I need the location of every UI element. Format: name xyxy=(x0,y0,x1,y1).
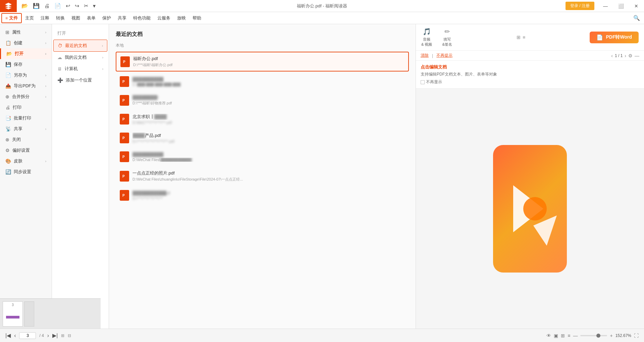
app-preview-logo xyxy=(493,145,567,273)
menu-item-cloud[interactable]: 云服务 xyxy=(154,14,174,22)
sm-computer[interactable]: 🖥 计算机 › xyxy=(52,63,109,75)
doc-item[interactable]: P ██████████ D:\WeChat Files\███████████… xyxy=(116,148,409,165)
page-input[interactable] xyxy=(19,332,36,339)
doc-name: ██████████ xyxy=(132,152,405,157)
doc-item[interactable]: P ███████████df D:\***\***\***\***\*** xyxy=(116,187,409,204)
fullscreen-button[interactable]: ⛶ xyxy=(634,333,639,338)
last-page-button[interactable]: ▶| xyxy=(52,332,58,339)
minus-zoom[interactable]: — xyxy=(573,333,578,338)
fill-sign-tool[interactable]: ✏ 填写&签名 xyxy=(442,28,452,47)
menu-item-file[interactable]: ≡ 文件 xyxy=(1,13,22,23)
collapse-button[interactable]: — xyxy=(635,53,639,58)
menu-item-slideshow[interactable]: 放映 xyxy=(174,14,189,22)
menu-item-help[interactable]: 帮助 xyxy=(189,14,205,22)
layout-icon[interactable]: ▣ xyxy=(554,333,558,338)
doc-path: D:\***\***\***\***\*** xyxy=(132,196,405,200)
no-remind-button[interactable]: 不再提示 xyxy=(436,53,452,58)
settings-button[interactable]: ⚙ xyxy=(628,53,633,58)
fm-create[interactable]: 📋 创建 › xyxy=(0,38,52,48)
eye-icon[interactable]: 👁 xyxy=(546,333,551,338)
pdf-to-word-button[interactable]: 📄 PDF转Word xyxy=(590,32,639,43)
fm-open[interactable]: 📂 打开 › xyxy=(0,48,52,59)
doc-item[interactable]: P ██████████ D:\███\███\███\███\███ xyxy=(116,73,409,90)
fm-print[interactable]: 🖨 打印 xyxy=(0,102,52,113)
thumbnail-page[interactable] xyxy=(24,301,34,327)
sm-recent[interactable]: ⏱ 最近的文档 › xyxy=(53,40,107,52)
svg-point-8 xyxy=(523,197,547,221)
menu-item-view[interactable]: 视图 xyxy=(68,14,84,22)
no-show-checkbox[interactable] xyxy=(421,80,425,84)
columns-icon[interactable]: ⊞ xyxy=(561,333,565,338)
audio-video-tool[interactable]: 🎵 音频& 视频 xyxy=(421,28,432,47)
menu-item-annotation[interactable]: 注释 xyxy=(37,14,53,22)
menu-item-share[interactable]: 共享 xyxy=(114,14,130,22)
print-icon[interactable]: 🖨 xyxy=(43,2,51,10)
arrow-icon: › xyxy=(102,67,103,71)
arrow-icon: › xyxy=(102,56,103,59)
undo-icon[interactable]: ↩ xyxy=(64,2,71,10)
fm-share[interactable]: 📡 共享 › xyxy=(0,124,52,134)
close-icon: ⊗ xyxy=(5,137,9,142)
doc-item[interactable]: P 北京求职┃████ D:\WeC***\***\***\***.pdf xyxy=(116,110,409,128)
open-icon[interactable]: 📂 xyxy=(20,2,30,10)
menu-item-features[interactable]: 特色功能 xyxy=(130,14,154,22)
edit-doc-link[interactable]: 点击编辑文档 xyxy=(421,64,447,69)
cut-icon[interactable]: ✂ xyxy=(83,2,90,10)
arrow-icon: › xyxy=(45,74,46,77)
fm-properties[interactable]: ⊞ 属性 › xyxy=(0,27,52,38)
first-page-button[interactable]: |◀ xyxy=(5,332,11,339)
new-icon[interactable]: 📄 xyxy=(53,2,62,10)
dropdown-icon[interactable]: ▾ xyxy=(92,2,97,10)
fm-close[interactable]: ⊗ 关闭 xyxy=(0,134,52,145)
fm-save[interactable]: 💾 保存 xyxy=(0,59,52,70)
close-button[interactable]: ✕ xyxy=(629,0,644,12)
plus-zoom[interactable]: + xyxy=(610,333,612,338)
doc-name: 一点点正经的照片.pdf xyxy=(132,170,405,176)
save-icon[interactable]: 💾 xyxy=(32,2,41,10)
list-view-button[interactable]: ≡ xyxy=(523,35,525,40)
next-page-button[interactable]: › xyxy=(47,333,49,339)
fm-merge[interactable]: ⊕ 合并拆分 › xyxy=(0,91,52,102)
doc-item[interactable]: P 福昕办公.pdf D:\***\福昕\福昕办公.pdf xyxy=(116,52,409,71)
scroll-toggle[interactable]: ⊟ xyxy=(68,333,71,338)
thumb-toggle[interactable]: ⊞ xyxy=(61,333,64,338)
doc-info: ████████f D:\***\福昕\好物推荐.pdf xyxy=(132,95,405,106)
fm-batch-print[interactable]: 📑 批量打印 xyxy=(0,113,52,124)
doc-item[interactable]: P ████产品.pdf D:\***\***\***\***\***\***.… xyxy=(116,129,409,147)
doc-info: ████产品.pdf D:\***\***\***\***\***\***.pd… xyxy=(132,133,405,143)
menu-item-protect[interactable]: 保护 xyxy=(99,14,114,22)
minimize-button[interactable]: — xyxy=(598,0,613,12)
maximize-button[interactable]: ⬜ xyxy=(613,0,629,12)
redo-icon[interactable]: ↪ xyxy=(73,2,80,10)
fm-preferences[interactable]: ⚙ 偏好设置 xyxy=(0,145,52,156)
menu-item-form[interactable]: 表单 xyxy=(84,14,99,22)
pref-icon: ⚙ xyxy=(5,148,10,153)
thumbnail-page[interactable]: 3 xyxy=(3,301,23,327)
fm-export[interactable]: 📤 导出PDF为 › xyxy=(0,81,52,91)
doc-item[interactable]: P ████████f D:\***\福昕\好物推荐.pdf xyxy=(116,92,409,109)
login-button[interactable]: 登录 / 注册 xyxy=(566,2,594,10)
menu-item-home[interactable]: 主页 xyxy=(22,14,37,22)
svg-text:P: P xyxy=(122,80,125,84)
prev-page-button[interactable]: ‹ xyxy=(14,333,16,339)
fm-skin[interactable]: 🎨 皮肤 › xyxy=(0,156,52,166)
search-icon[interactable]: 🔍 xyxy=(631,13,643,22)
menu-item-convert[interactable]: 转换 xyxy=(53,14,68,22)
sm-add-location[interactable]: ➕ 添加一个位置 xyxy=(52,75,109,86)
prev-page-button[interactable]: ‹ xyxy=(611,53,613,58)
doc-item[interactable]: P 一点点正经的照片.pdf D:\WeChat Files\zhuanglin… xyxy=(116,167,409,185)
clear-button[interactable]: 清除 xyxy=(421,53,429,58)
pdf-icon: P xyxy=(120,171,129,182)
sm-cloud[interactable]: ☁ 我的云文档 › xyxy=(52,52,109,63)
page-number: 1 / 1 xyxy=(615,53,623,58)
file-menu-panel: ⊞ 属性 › 📋 创建 › 📂 打开 › 💾 保存 📄 另存为 › 📤 导出PD… xyxy=(0,24,52,329)
zoom-slider[interactable] xyxy=(580,335,607,336)
scroll-icon[interactable]: ≡ xyxy=(568,333,570,338)
batch-print-icon: 📑 xyxy=(5,115,11,121)
grid-view-button[interactable]: ⊞ xyxy=(517,35,521,40)
fm-save-as[interactable]: 📄 另存为 › xyxy=(0,70,52,81)
thumb-content xyxy=(4,307,22,326)
doc-name: 北京求职┃████ xyxy=(132,114,405,120)
fm-sync[interactable]: 🔄 同步设置 xyxy=(0,166,52,177)
next-page-button[interactable]: › xyxy=(625,53,626,58)
